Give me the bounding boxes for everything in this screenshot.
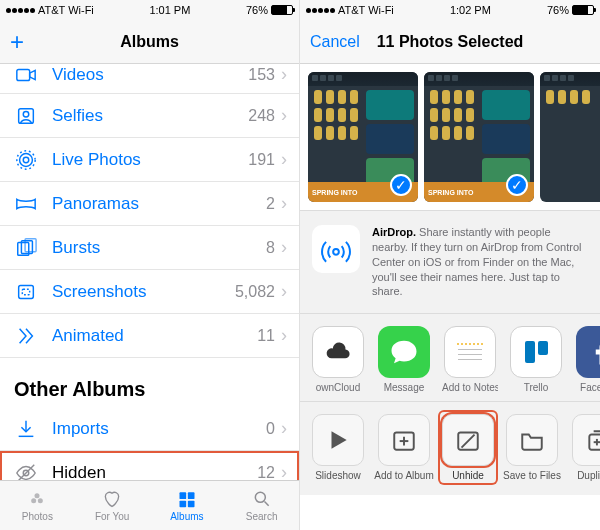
selected-photos-strip[interactable]: SPRING INTO ✓ SPRING INTO ✓ [300,64,600,210]
livephoto-icon [14,148,38,172]
photo-thumbnail[interactable]: SPRING INTO ✓ [308,72,418,202]
album-row-panoramas[interactable]: Panoramas 2 › [0,182,299,226]
battery-icon [271,5,293,15]
airdrop-icon [312,225,360,273]
share-app-trello[interactable]: Trello [508,326,564,393]
album-row-bursts[interactable]: Bursts 8 › [0,226,299,270]
svg-point-22 [333,249,339,255]
album-row-imports[interactable]: Imports 0 › [0,407,299,451]
svg-rect-9 [19,285,34,298]
album-row-videos[interactable]: Videos 153 › [0,64,299,94]
svg-line-21 [264,502,268,506]
share-app-owncloud[interactable]: ownCloud [310,326,366,393]
trello-icon [510,326,562,378]
photo-thumbnail[interactable]: SPRING INTO ✓ [424,72,534,202]
signal-icon [306,8,335,13]
album-label: Animated [52,326,257,346]
unhide-icon [442,414,494,466]
notes-icon [444,326,496,378]
album-label: Panoramas [52,194,266,214]
facebook-icon [576,326,600,378]
chevron-right-icon: › [281,418,287,439]
tab-search[interactable]: Search [224,481,299,530]
battery-icon [572,5,594,15]
tab-label: Search [246,511,278,522]
share-app-message[interactable]: Message [376,326,432,393]
burst-icon [14,236,38,260]
action-save-to-files[interactable]: Save to Files [504,414,560,481]
signal-icon [6,8,35,13]
album-row-selfies[interactable]: Selfies 248 › [0,94,299,138]
folder-icon [506,414,558,466]
clock: 1:02 PM [450,4,491,16]
share-apps-row[interactable]: ownCloud Message Add to Notes Trello Fac… [300,314,600,401]
share-app-notes[interactable]: Add to Notes [442,326,498,393]
battery-pct: 76% [547,4,569,16]
album-count: 12 [257,464,275,482]
tab-albums[interactable]: Albums [150,481,225,530]
svg-line-27 [462,435,475,448]
action-unhide[interactable]: Unhide [440,412,496,483]
chevron-right-icon: › [281,64,287,85]
cancel-button[interactable]: Cancel [310,33,360,51]
svg-point-13 [35,493,40,498]
album-label: Bursts [52,238,266,258]
album-row-screenshots[interactable]: Screenshots 5,082 › [0,270,299,314]
checkmark-icon: ✓ [506,174,528,196]
foryou-tab-icon [100,489,124,509]
tab-bar: Photos For You Albums Search [0,480,299,530]
media-types-list: Videos 153 › Selfies 248 › Live Photos 1… [0,64,299,530]
album-count: 153 [248,66,275,84]
action-label: Save to Files [503,470,561,481]
svg-point-3 [23,157,29,163]
chevron-right-icon: › [281,325,287,346]
airdrop-section[interactable]: AirDrop. Share instantly with people nea… [300,210,600,314]
album-count: 11 [257,327,275,345]
owncloud-icon [312,326,364,378]
chevron-right-icon: › [281,149,287,170]
share-label: Facebook [580,382,600,393]
page-title: Albums [0,33,299,51]
panorama-icon [14,192,38,216]
import-icon [14,417,38,441]
nav-header: Cancel 11 Photos Selected [300,20,600,64]
photos-tab-icon [25,489,49,509]
svg-rect-16 [179,492,186,499]
carrier-label: AT&T Wi-Fi [338,4,394,16]
carrier-label: AT&T Wi-Fi [38,4,94,16]
chevron-right-icon: › [281,193,287,214]
action-add-to-album[interactable]: Add to Album [376,414,432,481]
album-label: Live Photos [52,150,248,170]
add-button[interactable]: + [10,28,24,56]
action-duplicate[interactable]: Duplicate [570,414,600,481]
chevron-right-icon: › [281,105,287,126]
share-sheet-screen: AT&T Wi-Fi 1:02 PM 76% Cancel 11 Photos … [300,0,600,530]
album-count: 8 [266,239,275,257]
albums-screen: AT&T Wi-Fi 1:01 PM 76% + Albums Videos 1… [0,0,300,530]
album-label: Videos [52,65,248,85]
action-label: Slideshow [315,470,361,481]
status-bar: AT&T Wi-Fi 1:01 PM 76% [0,0,299,20]
album-row-livephotos[interactable]: Live Photos 191 › [0,138,299,182]
actions-row[interactable]: Slideshow Add to Album Unhide Save to Fi… [300,401,600,495]
screenshot-icon [14,280,38,304]
action-slideshow[interactable]: Slideshow [310,414,366,481]
nav-header: + Albums [0,20,299,64]
album-row-animated[interactable]: Animated 11 › [0,314,299,358]
share-label: ownCloud [316,382,360,393]
animated-icon [14,324,38,348]
svg-rect-0 [17,69,30,80]
other-albums-header: Other Albums [0,358,299,407]
tab-foryou[interactable]: For You [75,481,150,530]
tab-label: Albums [170,511,203,522]
share-app-facebook[interactable]: Facebook [574,326,600,393]
photo-thumbnail[interactable] [540,72,600,202]
chevron-right-icon: › [281,237,287,258]
album-count: 248 [248,107,275,125]
tab-photos[interactable]: Photos [0,481,75,530]
search-tab-icon [250,489,274,509]
add-album-icon [378,414,430,466]
chevron-right-icon: › [281,281,287,302]
action-label: Unhide [452,470,484,481]
svg-rect-19 [188,501,195,508]
